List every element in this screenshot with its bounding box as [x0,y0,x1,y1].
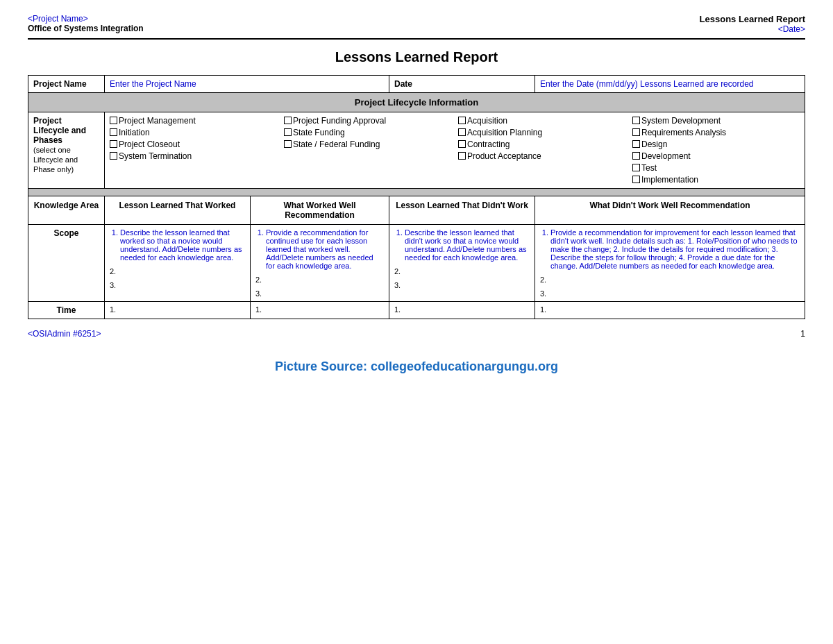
date-value-cell: Enter the Date (mm/dd/yy) Lessons Learne… [535,76,805,93]
time-label: Time [28,302,105,319]
lifecycle-section-header-row: Project Lifecycle Information [28,93,805,112]
scope-lesson-didnt-work-list: Describe the lesson learned that didn't … [394,228,530,262]
project-name-label: Project Name [28,76,105,93]
scope-lesson-didnt-work-item2: 2. [394,267,530,276]
scope-what-worked-rec-item2: 2. [255,276,384,284]
checkbox-box-term[interactable] [110,152,117,160]
checkbox-state-federal[interactable]: State / Federal Funding [284,139,451,149]
date-value[interactable]: Enter the Date (mm/dd/yy) Lessons Learne… [540,79,754,89]
checkbox-product-acceptance[interactable]: Product Acceptance [458,151,625,161]
scope-what-worked-rec-list: Provide a recommendation for continued u… [255,228,384,270]
checkbox-box-sf[interactable] [284,128,292,136]
checkbox-req-analysis[interactable]: Requirements Analysis [632,128,800,137]
scope-lesson-worked-list: Describe the lesson learned that worked … [110,228,245,262]
scope-what-didnt-work-rec-list: Provide a recommendation for improvement… [540,228,800,270]
checkbox-box-pm[interactable] [110,117,117,124]
checkbox-system-termination[interactable]: System Termination [110,151,277,161]
checkbox-box-acq[interactable] [458,117,466,124]
lifecycle-col-4: System Development Requirements Analysis… [632,116,800,185]
checkbox-initiation[interactable]: Initiation [110,128,277,137]
checkbox-box-init[interactable] [110,128,117,136]
header-what-didnt-work-rec: What Didn't Work Well Recommendation [535,196,805,225]
header-lesson-didnt-work: Lesson Learned That Didn't Work [389,196,535,225]
time-cell-1: 1. [105,302,251,319]
time-cell-2: 1. [251,302,389,319]
checkbox-box-impl[interactable] [632,176,640,183]
scope-what-didnt-work-rec-cell: Provide a recommendation for improvement… [535,225,805,302]
checkbox-contracting[interactable]: Contracting [458,139,625,149]
scope-what-didnt-work-rec-item2: 2. [540,276,800,284]
checkbox-project-management[interactable]: Project Management [110,116,277,126]
lifecycle-col-2: Project Funding Approval State Funding S… [284,116,451,185]
main-title: Lessons Learned Report [28,49,805,65]
picture-source: Picture Source: collegeofeducationargung… [28,359,805,374]
lifecycle-label-cell: Project Lifecycle and Phases (select one… [28,112,105,189]
header-lesson-worked: Lesson Learned That Worked [105,196,251,225]
checkbox-implementation[interactable]: Implementation [632,175,800,185]
scope-lesson-worked-cell: Describe the lesson learned that worked … [105,225,251,302]
lifecycle-row: Project Lifecycle and Phases (select one… [28,112,805,189]
header-what-worked-rec: What Worked Well Recommendation [251,196,389,225]
checkbox-box-sfed[interactable] [284,140,292,148]
footer-admin-link[interactable]: <OSIAdmin #6251> [28,329,101,339]
checkbox-box-test[interactable] [632,164,640,171]
checkbox-project-closeout[interactable]: Project Closeout [110,139,277,149]
checkbox-box-pa[interactable] [458,152,466,160]
scope-what-didnt-work-rec-item1: Provide a recommendation for improvement… [550,228,800,270]
scope-lesson-worked-item3: 3. [110,281,245,289]
spacer-row [28,189,805,196]
checkbox-funding-approval[interactable]: Project Funding Approval [284,116,451,126]
header-knowledge-area: Knowledge Area [28,196,105,225]
scope-row: Scope Describe the lesson learned that w… [28,225,805,302]
header-report-title: Lessons Learned Report [700,14,805,24]
spacer-cell [28,189,805,196]
scope-what-worked-rec-cell: Provide a recommendation for continued u… [251,225,389,302]
project-name-value-cell: Enter the Project Name [105,76,389,93]
checkbox-box-ra[interactable] [632,128,640,136]
checkbox-box-des[interactable] [632,140,640,148]
scope-lesson-didnt-work-item1: Describe the lesson learned that didn't … [405,228,530,262]
checkbox-acquisition[interactable]: Acquisition [458,116,625,126]
lifecycle-options: Project Management Initiation Project Cl… [110,116,800,185]
checkbox-system-dev[interactable]: System Development [632,116,800,126]
checkbox-box-fa[interactable] [284,117,292,124]
checkbox-box-sd[interactable] [632,117,640,124]
scope-lesson-didnt-work-item3: 3. [394,281,530,289]
lifecycle-label: Project Lifecycle and Phases [33,116,86,145]
lifecycle-col-3: Acquisition Acquisition Planning Contrac… [458,116,625,185]
checkbox-box-dev[interactable] [632,152,640,160]
scope-what-worked-rec-item1: Provide a recommendation for continued u… [266,228,384,270]
lifecycle-sublabel: (select one Lifecycle and Phase only) [33,146,78,173]
project-name-row: Project Name Enter the Project Name Date… [28,76,805,93]
checkbox-box-close[interactable] [110,140,117,148]
header-date-link[interactable]: <Date> [778,24,805,34]
time-cell-3: 1. [389,302,535,319]
checkbox-design[interactable]: Design [632,139,800,149]
column-headers-row: Knowledge Area Lesson Learned That Worke… [28,196,805,225]
checkbox-state-funding[interactable]: State Funding [284,128,451,137]
lifecycle-section-header: Project Lifecycle Information [28,93,805,112]
scope-lesson-worked-item2: 2. [110,267,245,276]
header-right: Lessons Learned Report <Date> [700,14,805,34]
time-row: Time 1. 1. 1. 1. [28,302,805,319]
time-cell-4: 1. [535,302,805,319]
checkbox-test[interactable]: Test [632,163,800,173]
scope-lesson-worked-item1: Describe the lesson learned that worked … [120,228,245,262]
doc-header: <Project Name> Office of Systems Integra… [28,14,805,40]
checkbox-acquisition-planning[interactable]: Acquisition Planning [458,128,625,137]
scope-what-worked-rec-item3: 3. [255,289,384,298]
office-name: Office of Systems Integration [28,24,144,33]
checkbox-box-acqp[interactable] [458,128,466,136]
project-name-value[interactable]: Enter the Project Name [110,79,196,89]
checkbox-development[interactable]: Development [632,151,800,161]
footer-page-number: 1 [800,329,805,339]
header-left: <Project Name> Office of Systems Integra… [28,14,144,33]
lifecycle-col-1: Project Management Initiation Project Cl… [110,116,277,185]
lifecycle-options-cell: Project Management Initiation Project Cl… [105,112,805,189]
project-name-link[interactable]: <Project Name> [28,14,88,24]
main-table: Project Name Enter the Project Name Date… [28,75,805,319]
checkbox-box-con[interactable] [458,140,466,148]
scope-lesson-didnt-work-cell: Describe the lesson learned that didn't … [389,225,535,302]
scope-label: Scope [28,225,105,302]
scope-what-didnt-work-rec-item3: 3. [540,289,800,298]
